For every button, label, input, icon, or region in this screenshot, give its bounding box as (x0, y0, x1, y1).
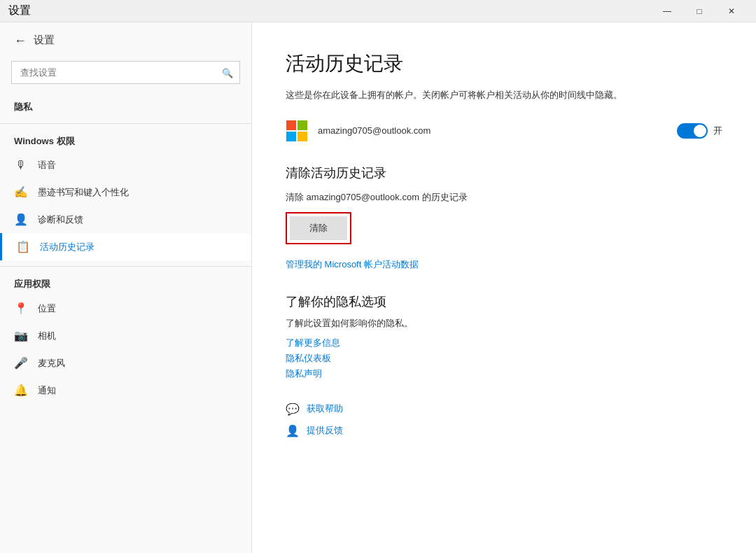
account-row: amazing0705@outlook.com 开 (286, 120, 722, 142)
sidebar-section-windows: Windows 权限 (0, 130, 251, 152)
sidebar-item-inking[interactable]: ✍ 墨迹书写和键入个性化 (0, 178, 251, 206)
search-input[interactable] (11, 61, 240, 84)
notifications-icon: 🔔 (14, 384, 28, 397)
account-email: amazing0705@outlook.com (318, 125, 667, 136)
search-icon: 🔍 (222, 67, 233, 78)
divider-2 (0, 266, 251, 267)
manage-link[interactable]: 管理我的 Microsoft 帐户活动数据 (286, 258, 722, 271)
location-icon: 📍 (14, 302, 28, 315)
titlebar-title: 设置 (8, 4, 31, 18)
svg-rect-3 (298, 132, 307, 141)
help-item-get-help: 💬 获取帮助 (286, 402, 722, 416)
account-toggle[interactable] (677, 123, 708, 139)
back-button[interactable]: ← (14, 34, 27, 47)
page-title: 活动历史记录 (286, 50, 722, 77)
search-box: 🔍 (11, 61, 240, 84)
sidebar-item-camera[interactable]: 📷 相机 (0, 322, 251, 349)
privacy-link-learn-more[interactable]: 了解更多信息 (286, 337, 722, 349)
sidebar-section-app: 应用权限 (0, 272, 251, 295)
sidebar-item-location[interactable]: 📍 位置 (0, 295, 251, 322)
inking-icon: ✍ (14, 186, 28, 199)
feedback-link[interactable]: 提供反馈 (307, 424, 343, 437)
microphone-icon: 🎤 (14, 356, 28, 370)
camera-icon: 📷 (14, 329, 28, 342)
sidebar-item-activity[interactable]: 📋 活动历史记录 (0, 233, 251, 260)
svg-rect-0 (286, 120, 296, 130)
sidebar-item-notifications[interactable]: 🔔 通知 (0, 377, 251, 404)
privacy-link-statement[interactable]: 隐私声明 (286, 368, 722, 380)
sidebar-item-location-label: 位置 (38, 302, 56, 315)
toggle-container: 开 (677, 123, 722, 139)
titlebar: 设置 — □ ✕ (0, 0, 756, 22)
sidebar-item-microphone-label: 麦克风 (38, 357, 65, 370)
ms-logo (286, 120, 308, 142)
sidebar-item-notifications-label: 通知 (38, 384, 56, 397)
sidebar-item-activity-label: 活动历史记录 (40, 241, 94, 253)
privacy-section-title: 了解你的隐私选项 (286, 293, 722, 310)
sidebar-top: ← 设置 (0, 22, 251, 58)
privacy-description: 了解此设置如何影响你的隐私。 (286, 317, 722, 330)
voice-icon: 🎙 (14, 159, 28, 172)
clear-button[interactable]: 清除 (290, 216, 347, 240)
titlebar-left: 设置 (8, 4, 31, 18)
sidebar-item-voice[interactable]: 🎙 语音 (0, 152, 251, 178)
sidebar-section-privacy: 隐私 (0, 95, 251, 118)
clear-description: 清除 amazing0705@outlook.com 的历史记录 (286, 191, 722, 204)
get-help-icon: 💬 (286, 402, 300, 416)
sidebar-item-camera-label: 相机 (38, 330, 56, 342)
activity-icon: 📋 (16, 240, 30, 253)
sidebar-item-inking-label: 墨迹书写和键入个性化 (38, 186, 129, 199)
help-section: 💬 获取帮助 👤 提供反馈 (286, 402, 722, 438)
sidebar-item-diagnostics-label: 诊断和反馈 (38, 214, 83, 226)
titlebar-controls: — □ ✕ (651, 0, 748, 22)
sidebar-item-microphone[interactable]: 🎤 麦克风 (0, 349, 251, 377)
help-item-feedback: 👤 提供反馈 (286, 424, 722, 438)
toggle-label: 开 (713, 125, 722, 137)
privacy-link-dashboard[interactable]: 隐私仪表板 (286, 352, 722, 365)
content-area: 活动历史记录 这些是你在此设备上拥有的帐户。关闭帐户可将帐户相关活动从你的时间线… (252, 22, 756, 553)
diagnostics-icon: 👤 (14, 213, 28, 226)
minimize-button[interactable]: — (651, 0, 683, 22)
feedback-icon: 👤 (286, 424, 300, 438)
sidebar: ← 设置 🔍 隐私 Windows 权限 🎙 语音 ✍ 墨迹书写和键入个性化 👤… (0, 22, 252, 553)
clear-section-title: 清除活动历史记录 (286, 164, 722, 181)
sidebar-app-title: 设置 (34, 34, 55, 47)
svg-rect-2 (286, 132, 296, 141)
page-description: 这些是你在此设备上拥有的帐户。关闭帐户可将帐户相关活动从你的时间线中隐藏。 (286, 88, 678, 103)
get-help-link[interactable]: 获取帮助 (307, 402, 343, 415)
divider-1 (0, 123, 251, 124)
close-button[interactable]: ✕ (715, 0, 748, 22)
svg-rect-1 (298, 120, 307, 130)
app-body: ← 设置 🔍 隐私 Windows 权限 🎙 语音 ✍ 墨迹书写和键入个性化 👤… (0, 22, 756, 553)
clear-button-wrapper: 清除 (286, 212, 351, 244)
sidebar-item-voice-label: 语音 (38, 159, 56, 172)
maximize-button[interactable]: □ (683, 0, 715, 22)
sidebar-item-diagnostics[interactable]: 👤 诊断和反馈 (0, 206, 251, 233)
